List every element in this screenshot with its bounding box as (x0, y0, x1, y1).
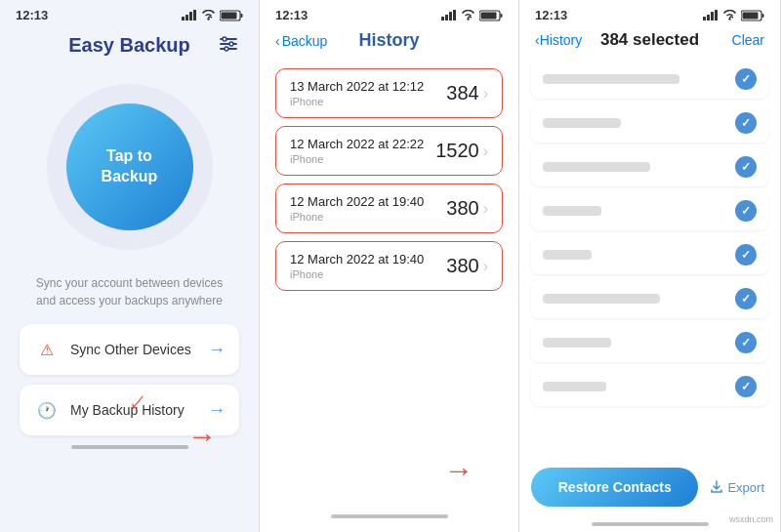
history-item-info-2: 12 March 2022 at 19:40 iPhone (290, 194, 424, 223)
check-icon-4: ✓ (735, 244, 757, 266)
contact-name-7 (543, 382, 606, 391)
contact-item-5[interactable]: ✓ (531, 279, 768, 318)
history-back-button[interactable]: ‹ History (535, 32, 582, 48)
tap-to-backup-button[interactable]: Tap to Backup (66, 103, 193, 230)
check-icon-5: ✓ (735, 288, 757, 309)
svg-rect-23 (707, 15, 710, 20)
svg-rect-22 (703, 17, 706, 20)
contact-item-6[interactable]: ✓ (531, 323, 768, 362)
time-1: 12:13 (16, 8, 48, 22)
signal-icon-2 (441, 10, 457, 20)
backup-back-button[interactable]: ‹ Backup (275, 33, 327, 49)
svg-point-18 (467, 18, 469, 20)
status-icons-3 (703, 10, 764, 21)
history-count-0: 384 › (446, 82, 488, 104)
history-list: 13 March 2022 at 12:12 iPhone 384 › 12 M… (260, 59, 518, 308)
contact-item-7[interactable]: ✓ (531, 367, 768, 406)
history-item-info-1: 12 March 2022 at 22:22 iPhone (290, 137, 424, 165)
outer-circle: Tap to Backup (47, 84, 213, 250)
svg-rect-3 (193, 10, 196, 20)
history-device-2: iPhone (290, 211, 424, 223)
export-icon (710, 480, 723, 494)
contact-name-0 (543, 74, 679, 84)
warning-icon: ⚠ (33, 336, 61, 363)
backup-back-label: Backup (282, 33, 328, 49)
contact-item-0[interactable]: ✓ (531, 60, 768, 99)
svg-rect-14 (441, 17, 444, 20)
svg-rect-0 (182, 17, 185, 20)
history-device-0: iPhone (290, 96, 424, 107)
contact-item-2[interactable]: ✓ (531, 147, 768, 186)
phone2-nav: ‹ Backup History (260, 26, 518, 59)
sync-other-devices-item[interactable]: ⚠ Sync Other Devices → (20, 324, 239, 375)
phone-1: 12:13 (0, 0, 260, 532)
phone3-nav: ‹ History 384 selected Clear (519, 26, 780, 58)
svg-rect-1 (185, 15, 188, 20)
status-bar-1: 12:13 (0, 0, 259, 26)
backup-history-item[interactable]: 🕐 My Backup History → (20, 385, 239, 435)
contact-item-4[interactable]: ✓ (531, 235, 768, 274)
svg-rect-2 (189, 12, 192, 20)
history-item-0[interactable]: 13 March 2022 at 12:12 iPhone 384 › (275, 68, 503, 118)
watermark: wsxdn.com (729, 514, 773, 524)
wifi-icon-2 (461, 10, 475, 20)
svg-point-13 (225, 47, 228, 51)
time-3: 12:13 (535, 8, 567, 22)
check-icon-2: ✓ (735, 156, 757, 178)
backup-circle-area: Tap to Backup (0, 64, 259, 260)
sync-other-label: Sync Other Devices (70, 342, 208, 357)
backup-history-label: My Backup History (70, 402, 208, 418)
home-indicator-3 (592, 522, 709, 526)
time-2: 12:13 (275, 8, 308, 22)
restore-contacts-button[interactable]: Restore Contacts (531, 468, 698, 507)
export-button[interactable]: Export (706, 472, 768, 503)
contact-item-1[interactable]: ✓ (531, 103, 768, 143)
tap-backup-text: Tap to Backup (102, 146, 158, 187)
sync-text: Sync your account between devices and ac… (0, 260, 259, 324)
check-icon-3: ✓ (735, 200, 757, 222)
history-item-2[interactable]: 12 March 2022 at 19:40 iPhone 380 › (275, 184, 503, 233)
signal-icon-3 (703, 10, 719, 20)
history-count-1: 1520 › (435, 140, 488, 162)
phone-2: 12:13 (260, 0, 519, 532)
history-date-2: 12 March 2022 at 19:40 (290, 194, 424, 209)
history-date-3: 12 March 2022 at 19:40 (290, 252, 424, 266)
svg-point-4 (207, 18, 209, 20)
contact-name-1 (543, 118, 621, 128)
clear-button[interactable]: Clear (732, 32, 764, 48)
svg-rect-25 (715, 10, 718, 20)
svg-point-11 (223, 37, 226, 41)
svg-rect-21 (481, 12, 497, 19)
svg-rect-29 (743, 12, 759, 19)
sync-other-arrow: → (208, 340, 226, 360)
status-icons-2 (441, 10, 503, 21)
filter-icon[interactable] (218, 33, 239, 59)
svg-rect-15 (445, 15, 448, 20)
history-date-0: 13 March 2022 at 12:12 (290, 79, 424, 94)
check-icon-6: ✓ (735, 332, 757, 353)
contact-name-3 (543, 206, 601, 216)
svg-rect-20 (501, 14, 503, 18)
history-item-info-0: 13 March 2022 at 12:12 iPhone (290, 79, 424, 107)
check-icon-1: ✓ (735, 112, 757, 134)
phone3-footer: Restore Contacts Export (519, 460, 780, 518)
contact-name-2 (543, 162, 650, 172)
wifi-icon-3 (722, 10, 737, 20)
history-date-1: 12 March 2022 at 22:22 (290, 137, 424, 151)
history-item-info-3: 12 March 2022 at 19:40 iPhone (290, 252, 424, 280)
home-indicator-2 (331, 514, 448, 518)
clear-label: Clear (732, 32, 764, 48)
contact-item-3[interactable]: ✓ (531, 191, 768, 230)
check-icon-0: ✓ (735, 68, 757, 90)
export-label: Export (727, 480, 764, 495)
svg-point-26 (728, 18, 730, 20)
status-bar-3: 12:13 (519, 0, 780, 26)
battery-icon-3 (741, 10, 764, 21)
history-item-3[interactable]: 12 March 2022 at 19:40 iPhone 380 › (275, 241, 503, 291)
history-count-2: 380 › (446, 197, 488, 220)
history-item-1[interactable]: 12 March 2022 at 22:22 iPhone 1520 › (275, 126, 503, 176)
clock-icon: 🕐 (33, 396, 61, 424)
history-back-label: History (540, 32, 583, 48)
history-count-3: 380 › (446, 255, 488, 277)
svg-rect-6 (241, 14, 243, 18)
